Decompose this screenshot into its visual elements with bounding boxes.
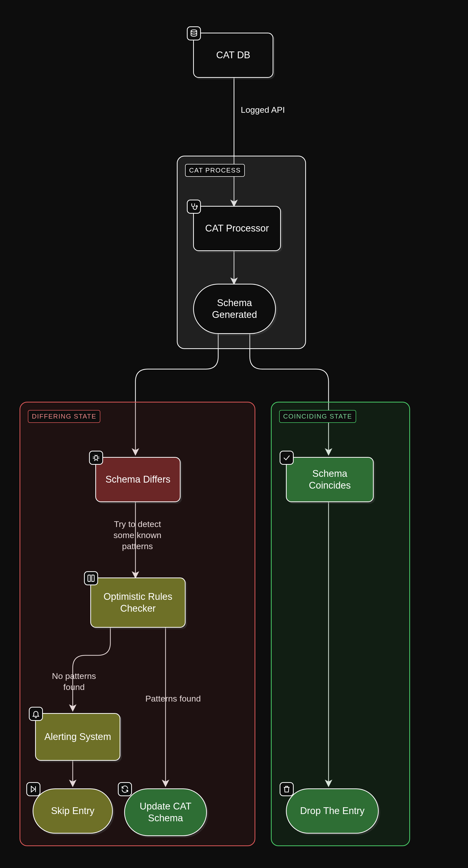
node-alerting-system-label: Alerting System [41, 731, 114, 743]
node-schema-differs-label: Schema Differs [101, 473, 175, 486]
node-alerting-system: Alerting System [35, 713, 121, 761]
skip-icon [26, 782, 40, 796]
node-optimistic-rules-label: Optimistic Rules Checker [96, 591, 180, 615]
node-skip-entry-label: Skip Entry [38, 805, 107, 817]
node-schema-coincides-label: Schema Coincides [292, 468, 368, 492]
node-schema-differs: Schema Differs [95, 457, 180, 502]
stethoscope-icon [187, 199, 201, 214]
node-cat-processor: CAT Processor [193, 206, 281, 251]
node-skip-entry: Skip Entry [33, 788, 113, 834]
svg-point-1 [196, 206, 198, 207]
edge-label-logged-api: Logged API [241, 104, 285, 115]
node-schema-coincides: Schema Coincides [286, 457, 374, 502]
node-cat-db: CAT DB [193, 33, 273, 78]
node-schema-generated-label: Schema Generated [199, 297, 270, 321]
group-title-differing: DIFFERING STATE [28, 410, 100, 423]
svg-point-0 [191, 30, 197, 32]
database-icon [187, 26, 201, 40]
book-icon [84, 571, 98, 585]
refresh-icon [118, 782, 132, 796]
node-update-cat-schema: Update CAT Schema [124, 788, 207, 836]
node-drop-entry: Drop The Entry [286, 788, 379, 834]
svg-marker-3 [31, 786, 35, 792]
bell-icon [29, 707, 43, 721]
node-cat-processor-label: CAT Processor [199, 222, 275, 235]
node-cat-db-label: CAT DB [199, 49, 268, 61]
bug-icon [89, 451, 103, 465]
node-schema-generated: Schema Generated [193, 284, 276, 334]
svg-rect-2 [95, 456, 97, 460]
node-update-cat-schema-label: Update CAT Schema [130, 801, 201, 824]
group-title-coinciding: COINCIDING STATE [279, 410, 356, 423]
trash-icon [280, 782, 294, 796]
node-drop-entry-label: Drop The Entry [292, 805, 373, 817]
node-optimistic-rules: Optimistic Rules Checker [90, 578, 186, 628]
check-icon [280, 451, 294, 465]
group-title-cat-process: CAT PROCESS [185, 164, 245, 177]
